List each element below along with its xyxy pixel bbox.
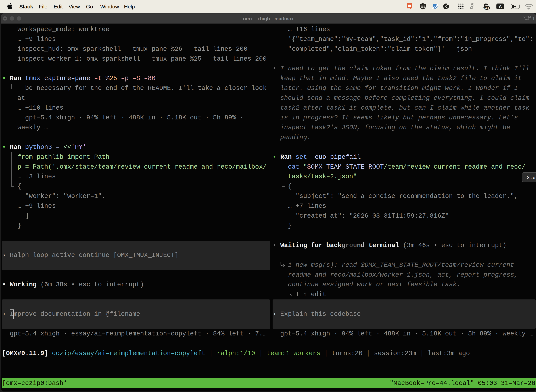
svg-text:..61: ..61 xyxy=(484,6,489,9)
svg-text:A: A xyxy=(499,4,502,9)
